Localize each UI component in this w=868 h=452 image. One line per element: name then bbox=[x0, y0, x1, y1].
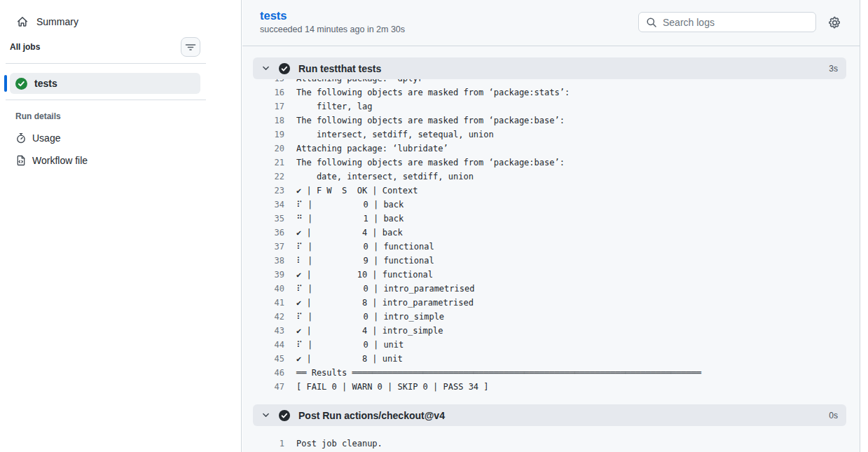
log-line-text: Attaching package: ‘lubridate’ bbox=[284, 142, 448, 156]
sidebar-item-usage[interactable]: Usage bbox=[15, 131, 60, 145]
log-line-number[interactable]: 40 bbox=[253, 282, 284, 296]
log-line: 40⠏ | 0 | intro_parametrised bbox=[253, 282, 846, 296]
log-line-number[interactable]: 36 bbox=[253, 226, 284, 240]
file-code-icon bbox=[15, 155, 27, 166]
log-line-text: ⠏ | 0 | intro_parametrised bbox=[284, 282, 474, 296]
log-line: 36✔ | 4 | back bbox=[253, 226, 846, 240]
log-line-text: intersect, setdiff, setequal, union bbox=[284, 128, 494, 142]
search-logs-box bbox=[638, 12, 816, 32]
sidebar-job-item-tests[interactable]: tests bbox=[10, 73, 200, 94]
main-panel: tests succeeded 14 minutes ago in 2m 30s… bbox=[242, 0, 860, 452]
chevron-down-icon[interactable] bbox=[261, 411, 270, 420]
job-header: tests succeeded 14 minutes ago in 2m 30s bbox=[242, 0, 860, 46]
log-line-number[interactable]: 35 bbox=[253, 212, 284, 226]
sidebar-divider bbox=[6, 63, 206, 64]
log-line-number[interactable]: 39 bbox=[253, 268, 284, 282]
sidebar-job-name: tests bbox=[34, 78, 57, 89]
log-line-text: ══ Results ═════════════════════════════… bbox=[284, 366, 701, 380]
selected-job-accent-bar bbox=[4, 75, 7, 92]
log-line-text: ✔ | 8 | unit bbox=[284, 352, 403, 366]
step-success-icon bbox=[279, 63, 290, 74]
sidebar-item-summary[interactable]: Summary bbox=[17, 15, 78, 29]
log-line-text: ✔ | 4 | back bbox=[284, 226, 403, 240]
run-details-heading: Run details bbox=[15, 111, 61, 121]
sidebar: Summary All jobs tests Run details bbox=[0, 0, 242, 452]
log-line: 21The following objects are masked from … bbox=[253, 156, 846, 170]
log-line-text: ⠏ | 0 | intro_simple bbox=[284, 310, 444, 324]
job-status-subtitle: succeeded 14 minutes ago in 2m 30s bbox=[260, 25, 405, 34]
sidebar-item-workflow-file[interactable]: Workflow file bbox=[15, 153, 88, 167]
log-line: 19 intersect, setdiff, setequal, union bbox=[253, 128, 846, 142]
step-title: Post Run actions/checkout@v4 bbox=[298, 410, 820, 421]
log-line: 43✔ | 4 | intro_simple bbox=[253, 324, 846, 338]
filter-jobs-button[interactable] bbox=[181, 37, 200, 57]
log-line: 42⠏ | 0 | intro_simple bbox=[253, 310, 846, 324]
log-line: 16The following objects are masked from … bbox=[253, 85, 846, 100]
log-line-number[interactable]: 37 bbox=[253, 240, 284, 254]
log-line-number[interactable]: 34 bbox=[253, 198, 284, 212]
log-line-text: The following objects are masked from ‘p… bbox=[284, 114, 565, 128]
log-line: 45✔ | 8 | unit bbox=[253, 352, 846, 366]
log-line-number[interactable]: 45 bbox=[253, 352, 284, 366]
all-jobs-row: All jobs bbox=[10, 37, 200, 57]
log-viewer: Run testthat tests3s15Attaching package:… bbox=[242, 47, 860, 452]
log-line: 41✔ | 8 | intro_parametrised bbox=[253, 296, 846, 310]
log-line-number[interactable]: 1 bbox=[253, 437, 284, 451]
log-line-number[interactable]: 18 bbox=[253, 114, 284, 128]
log-line-text: The following objects are masked from ‘p… bbox=[284, 156, 565, 170]
log-line-text: The following objects are masked from ‘p… bbox=[284, 85, 570, 100]
step-header[interactable]: Post Run actions/checkout@v40s bbox=[253, 404, 846, 426]
log-step: Post Run actions/checkout@v40s1Post job … bbox=[253, 404, 846, 451]
gear-icon bbox=[828, 16, 841, 29]
log-line: 34⠏ | 0 | back bbox=[253, 198, 846, 212]
log-line-text: Post job cleanup. bbox=[284, 437, 383, 451]
log-line-number[interactable]: 17 bbox=[253, 100, 284, 114]
log-line-number[interactable]: 19 bbox=[253, 128, 284, 142]
log-line-number[interactable]: 47 bbox=[253, 380, 284, 394]
step-success-icon bbox=[279, 410, 290, 421]
job-title-link[interactable]: tests bbox=[260, 9, 287, 22]
log-line: 22 date, intersect, setdiff, union bbox=[253, 170, 846, 184]
sidebar-summary-label: Summary bbox=[36, 16, 78, 27]
log-line: 37⠏ | 0 | functional bbox=[253, 240, 846, 254]
log-line-number[interactable]: 38 bbox=[253, 254, 284, 268]
log-line-text: ⠛ | 1 | back bbox=[284, 212, 404, 226]
log-line-number[interactable]: 46 bbox=[253, 366, 284, 380]
log-line-text: filter, lag bbox=[284, 100, 372, 114]
log-line: 44⠏ | 0 | unit bbox=[253, 338, 846, 352]
step-log-lines: 15Attaching package: ‘dplyr’16The follow… bbox=[253, 71, 846, 394]
log-line-number[interactable]: 43 bbox=[253, 324, 284, 338]
log-line-number[interactable]: 22 bbox=[253, 170, 284, 184]
all-jobs-label: All jobs bbox=[10, 42, 40, 52]
log-line-number[interactable]: 41 bbox=[253, 296, 284, 310]
success-check-circle-icon bbox=[15, 78, 27, 90]
search-icon bbox=[646, 17, 657, 28]
log-line-text: ✔ | 8 | intro_parametrised bbox=[284, 296, 474, 310]
step-title: Run testthat tests bbox=[298, 63, 820, 74]
scrollbar-gutter bbox=[860, 0, 868, 452]
log-line-number[interactable]: 42 bbox=[253, 310, 284, 324]
step-header[interactable]: Run testthat tests3s bbox=[253, 57, 846, 79]
usage-label: Usage bbox=[32, 132, 60, 144]
log-step: Run testthat tests3s15Attaching package:… bbox=[253, 57, 846, 394]
log-line: 38⠇ | 9 | functional bbox=[253, 254, 846, 268]
log-line-number[interactable]: 16 bbox=[253, 85, 284, 100]
search-logs-input[interactable] bbox=[663, 17, 808, 28]
log-line: 35⠛ | 1 | back bbox=[253, 212, 846, 226]
log-line-number[interactable]: 20 bbox=[253, 142, 284, 156]
log-line-number[interactable]: 23 bbox=[253, 184, 284, 198]
log-steps: Run testthat tests3s15Attaching package:… bbox=[242, 57, 860, 451]
log-settings-button[interactable] bbox=[827, 15, 842, 30]
log-line: 23✔ | F W S OK | Context bbox=[253, 184, 846, 198]
step-duration: 0s bbox=[829, 411, 838, 420]
step-duration: 3s bbox=[829, 64, 838, 74]
log-line-text: ⠏ | 0 | functional bbox=[284, 240, 434, 254]
log-line-text: ✔ | 4 | intro_simple bbox=[284, 324, 443, 338]
log-line-number[interactable]: 44 bbox=[253, 338, 284, 352]
log-line-text: ✔ | F W S OK | Context bbox=[284, 184, 418, 198]
log-line-number[interactable]: 21 bbox=[253, 156, 284, 170]
chevron-down-icon[interactable] bbox=[261, 64, 270, 73]
log-line: 47[ FAIL 0 | WARN 0 | SKIP 0 | PASS 34 ] bbox=[253, 380, 846, 394]
log-line-text: date, intersect, setdiff, union bbox=[284, 170, 474, 184]
home-icon bbox=[17, 16, 28, 27]
